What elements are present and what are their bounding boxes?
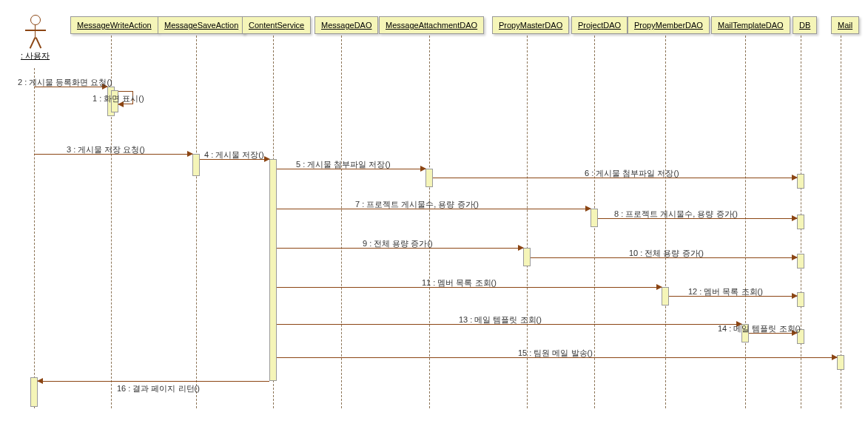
msg-label-1: 1 : 화면 표시() [92,93,144,104]
msg-label-5: 5 : 게시물 첨부파일 저장() [296,159,391,170]
activation-db2 [797,215,804,229]
msg-label-14: 14 : 메일 템플릿 조회() [718,323,801,334]
lifeline-messagedao: MessageDAO [314,16,378,34]
msg-label-12: 12 : 멤버 목록 조회() [688,286,763,297]
msg-label-2: 2 : 게시물 등록화면 요청() [18,77,112,88]
msg-label-13: 13 : 메일 템플릿 조회() [459,314,542,325]
lifeline-mailtemplatedao: MailTemplateDAO [711,16,790,34]
lifeline-projectdao: ProjectDAO [571,16,628,34]
msg-label-9: 9 : 전체 용량 증가() [363,238,433,249]
msg-label-10: 10 : 전체 용량 증가() [629,248,704,259]
lifeline-messageattachmentdao: MessageAttachmentDAO [379,16,484,34]
lifeline-line-actor [34,68,35,408]
activation-l3 [269,159,277,381]
activation-l5 [425,169,433,187]
lifeline-mail: Mail [831,16,859,34]
msg-label-8: 8 : 프로젝트 게시물수, 용량 증가() [614,209,738,220]
msg-label-3: 3 : 게시물 저장 요청() [67,144,145,155]
activation-l2 [192,154,200,176]
msg-label-7: 7 : 프로젝트 게시물수, 용량 증가() [355,199,479,210]
lifeline-line-l5 [429,36,430,408]
lifeline-messagewriteaction: MessageWriteAction [70,16,158,34]
lifeline-propymemberdao: PropyMemberDAO [628,16,710,34]
msg-arrow-16 [38,381,269,382]
lifeline-line-l11 [841,36,841,408]
activation-l8 [662,287,669,306]
lifeline-db: DB [793,16,817,34]
activation-l6 [523,248,531,266]
msg-label-4: 4 : 게시물 저장() [204,149,264,161]
msg-label-16: 16 : 결과 페이지 리턴() [117,383,200,394]
lifeline-messagesaveaction: MessageSaveAction [158,16,245,34]
lifeline-line-l9 [745,36,746,408]
actor-user: : 사용자 [21,15,50,61]
activation-l7 [591,209,598,227]
activation-db3 [797,254,804,269]
msg-label-15: 15 : 팀원 메일 발송() [518,348,593,359]
msg-label-11: 11 : 멤버 목록 조회() [422,277,497,288]
lifeline-line-l2 [196,36,197,408]
lifeline-line-l8 [665,36,666,408]
lifeline-propymasterdao: PropyMasterDAO [492,16,569,34]
lifeline-line-l4 [341,36,342,408]
actor-label: : 사용자 [21,50,50,61]
activation-mail [837,355,844,370]
msg-label-6: 6 : 게시물 첨부파일 저장() [585,168,679,179]
lifeline-contentservice: ContentService [242,16,311,34]
activation-db4 [797,292,804,307]
activation-db1 [797,174,804,189]
